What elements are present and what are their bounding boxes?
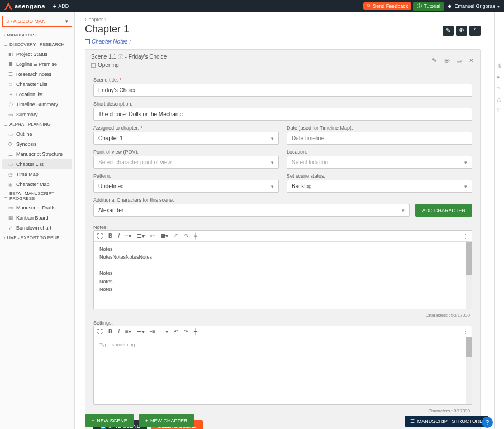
- ordered-list-icon[interactable]: ☰▾: [137, 328, 145, 335]
- chapter-edit-button[interactable]: ✎: [443, 26, 454, 36]
- sidebar-item[interactable]: ⌖Location list: [2, 89, 72, 99]
- sidebar-item[interactable]: ⊞Character Map: [2, 179, 72, 189]
- sidebar: 3 - A GOOD MAN ▾ MANUSCRIPT DISCOVERY - …: [0, 12, 75, 429]
- redo-icon[interactable]: ↷: [184, 328, 188, 335]
- sidebar-item-icon: ⌖: [8, 92, 13, 97]
- chevron-down-icon: ▾: [402, 208, 405, 213]
- list2-icon[interactable]: ≣▾: [161, 328, 168, 335]
- new-chapter-button[interactable]: + NEW CHAPTER: [139, 414, 194, 427]
- assigned-chapter-label: Assigned to chapter:: [93, 125, 279, 131]
- align-icon[interactable]: ≡▾: [125, 233, 131, 239]
- new-scene-button[interactable]: + NEW SCENE: [85, 414, 134, 427]
- sidebar-item[interactable]: ▭Chapter List: [2, 159, 72, 169]
- sidebar-item[interactable]: ☺Character List: [2, 79, 72, 89]
- bold-icon[interactable]: B: [108, 233, 112, 239]
- add-character-button[interactable]: ADD CHARACTER: [415, 204, 472, 217]
- unordered-list-icon[interactable]: •≡: [150, 328, 155, 335]
- insert-icon[interactable]: ┿: [194, 233, 197, 239]
- sidebar-section[interactable]: ALPHA - PLANNING: [2, 120, 72, 129]
- bold-icon[interactable]: B: [108, 328, 112, 335]
- plus-icon: +: [145, 418, 148, 423]
- sidebar-item[interactable]: ⟳Synopsis: [2, 139, 72, 149]
- unordered-list-icon[interactable]: •≡: [150, 233, 155, 239]
- rail-trophy-icon[interactable]: ♡: [497, 107, 502, 113]
- sidebar-item[interactable]: ☰Manuscript Structure: [2, 149, 72, 159]
- add-character-label: ADD CHARACTER: [422, 208, 465, 213]
- scene-title-input[interactable]: [93, 84, 472, 97]
- fullscreen-icon[interactable]: ⛶: [97, 233, 103, 239]
- sidebar-item[interactable]: ▦Kanban Board: [2, 213, 72, 223]
- rail-warning-icon[interactable]: △: [497, 96, 502, 102]
- location-select[interactable]: Select location ▾: [287, 156, 472, 169]
- sidebar-item[interactable]: ⤢Burndown chart: [2, 223, 72, 233]
- pencil-icon: ✎: [446, 27, 450, 34]
- rail-activity-icon[interactable]: ⋔: [497, 63, 502, 68]
- addchar-select[interactable]: Alexander ▾: [93, 204, 410, 217]
- status-value: Backlog: [292, 183, 312, 189]
- project-selector[interactable]: 3 - A GOOD MAN ▾: [2, 16, 72, 27]
- undo-icon[interactable]: ↶: [174, 328, 178, 335]
- sidebar-section[interactable]: DISCOVERY - RESEARCH: [2, 40, 72, 49]
- list2-icon[interactable]: ≣▾: [161, 233, 168, 239]
- logo[interactable]: asengana: [4, 2, 45, 10]
- help-button[interactable]: ?: [482, 417, 493, 428]
- info-icon[interactable]: ⓘ: [118, 54, 123, 60]
- fullscreen-icon[interactable]: ⛶: [97, 328, 103, 335]
- scene-close-icon[interactable]: ✕: [468, 58, 474, 64]
- sidebar-item[interactable]: ▭Summary: [2, 109, 72, 120]
- assigned-chapter-select[interactable]: Chapter 1 ▾: [93, 132, 279, 145]
- chapter-notes-toggle[interactable]: Chapter Notes :: [85, 39, 481, 45]
- send-feedback-button[interactable]: ✉ Send Feedback: [363, 2, 411, 10]
- tutorial-button[interactable]: ⓘ Tutorial: [413, 2, 444, 11]
- header-add-button[interactable]: + ADD: [53, 3, 69, 9]
- rail-dot-icon[interactable]: ○: [497, 85, 502, 90]
- chapter-view-button[interactable]: 👁: [456, 26, 467, 36]
- status-select[interactable]: Backlog ▾: [287, 180, 472, 193]
- sidebar-item-label: Logline & Premise: [16, 61, 57, 67]
- sidebar-root-manuscript[interactable]: MANUSCRIPT: [2, 30, 72, 40]
- user-menu[interactable]: ☻ Emanuel Grigoras ▾: [447, 3, 500, 9]
- short-desc-input[interactable]: [93, 108, 472, 121]
- undo-icon[interactable]: ↶: [174, 233, 178, 239]
- sidebar-item[interactable]: ▭Manuscript Drafts: [2, 203, 72, 213]
- sidebar-item[interactable]: ◷Time Map: [2, 169, 72, 179]
- redo-icon[interactable]: ↷: [184, 233, 188, 239]
- scrollbar[interactable]: [466, 242, 472, 309]
- pattern-select[interactable]: Undefined ▾: [93, 180, 279, 193]
- notes-textarea[interactable]: Notes NotesNotesNotesNotes Notes Notes N…: [94, 242, 472, 309]
- sidebar-section[interactable]: BETA - MANUSCRIPT PROGRESS: [2, 189, 72, 203]
- align-icon[interactable]: ≡▾: [125, 328, 131, 335]
- scene-card-icon[interactable]: ▭: [455, 58, 462, 64]
- more-icon[interactable]: ⋮: [463, 328, 468, 335]
- scene-edit-icon[interactable]: ✎: [431, 58, 438, 64]
- scene-view-icon[interactable]: 👁: [443, 58, 450, 64]
- scene-name: Friday's Choice: [129, 54, 167, 60]
- sidebar-item-icon: ◷: [8, 171, 13, 177]
- chapter-collapse-button[interactable]: ˄: [469, 26, 481, 36]
- sidebar-item[interactable]: ◧Project Status: [2, 49, 72, 59]
- italic-icon[interactable]: I: [118, 328, 120, 335]
- notes-charcount: Characters : 50/17000: [93, 312, 472, 319]
- sidebar-item-label: Character Map: [16, 182, 50, 187]
- sidebar-item[interactable]: ▭Outline: [2, 129, 72, 139]
- sidebar-item[interactable]: ⏱Timeline Summary: [2, 99, 72, 109]
- more-icon[interactable]: ⋮: [463, 233, 468, 239]
- sidebar-item-icon: ◧: [8, 51, 13, 57]
- sidebar-item[interactable]: ≣Logline & Premise: [2, 59, 72, 69]
- new-chapter-label: NEW CHAPTER: [150, 418, 188, 423]
- italic-icon[interactable]: I: [118, 233, 120, 239]
- ordered-list-icon[interactable]: ☰▾: [137, 233, 145, 239]
- insert-icon[interactable]: ┿: [194, 328, 197, 335]
- pov-select[interactable]: Select character point of view ▾: [93, 156, 279, 169]
- right-rail: ⋔ ● ○ △ ♡: [494, 12, 504, 429]
- notes-toolbar: ⛶ B I ≡▾ ☰▾ •≡ ≣▾ ↶ ↷ ┿ ⋮: [94, 231, 472, 242]
- sidebar-item-icon: ▭: [8, 161, 13, 167]
- date-input[interactable]: [287, 132, 472, 145]
- rail-info-icon[interactable]: ●: [497, 74, 502, 79]
- scene-tag: Opening: [98, 62, 119, 68]
- scrollbar[interactable]: [466, 337, 472, 404]
- sidebar-section[interactable]: LIVE - EXPORT TO EPUB: [2, 233, 72, 242]
- settings-textarea[interactable]: Type something: [94, 337, 472, 404]
- sidebar-item[interactable]: ☰Research notes: [2, 69, 72, 79]
- manuscript-structure-button[interactable]: ☰ MANUSCRIPT STRUCTURE: [405, 416, 488, 427]
